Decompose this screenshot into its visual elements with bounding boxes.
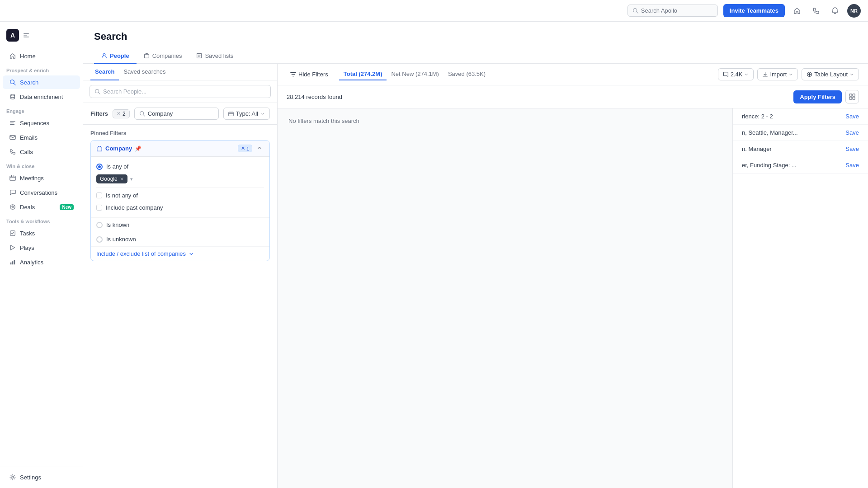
import-button[interactable]: Import bbox=[757, 68, 798, 80]
phone-topnav-icon[interactable] bbox=[809, 4, 823, 18]
bell-topnav-icon[interactable] bbox=[828, 4, 842, 18]
company-filter-card: Company 📌 ✕ 1 bbox=[90, 140, 270, 261]
hide-filters-button[interactable]: Hide Filters bbox=[287, 69, 332, 80]
calls-icon bbox=[9, 148, 16, 155]
svg-point-17 bbox=[103, 54, 105, 56]
sidebar-item-label: Home bbox=[20, 53, 36, 60]
rp-tab-total[interactable]: Total (274.2M) bbox=[339, 68, 387, 80]
saved-searches-list: rience: 2 - 2 Save n, Seattle, Manager..… bbox=[733, 108, 868, 174]
company-filter-icon bbox=[96, 145, 103, 152]
filter-option-is-known[interactable]: Is known bbox=[91, 217, 269, 232]
count-button[interactable]: 2.4K bbox=[718, 68, 754, 80]
sidebar-item-search[interactable]: Search bbox=[3, 75, 80, 89]
svg-line-6 bbox=[14, 84, 16, 85]
grid-view-button[interactable] bbox=[845, 90, 859, 103]
checkbox-include-past[interactable] bbox=[96, 205, 102, 211]
invite-teammates-button[interactable]: Invite Teammates bbox=[723, 4, 785, 17]
sidebar-toggle-icon[interactable] bbox=[23, 32, 30, 39]
database-icon bbox=[9, 93, 16, 100]
google-tag-row: Google ✕ ▾ bbox=[96, 173, 264, 185]
save-link-2[interactable]: Save bbox=[845, 145, 859, 152]
svg-rect-27 bbox=[853, 94, 855, 96]
checkbox-is-not-any-of[interactable] bbox=[96, 192, 102, 198]
home-topnav-icon[interactable] bbox=[790, 4, 804, 18]
main-header: Search People Companies Saved lists bbox=[83, 22, 868, 64]
rp-tab-net-new[interactable]: Net New (274.1M) bbox=[387, 68, 443, 80]
sidebar-item-label: Settings bbox=[20, 474, 41, 481]
house-icon bbox=[793, 7, 801, 14]
saved-search-desc-2: n. Manager bbox=[742, 145, 772, 152]
panel-tab-search[interactable]: Search bbox=[90, 64, 119, 80]
include-exclude-row[interactable]: Include / exclude list of companies bbox=[91, 246, 269, 261]
sidebar-item-data-enrichment[interactable]: Data enrichment bbox=[3, 90, 80, 103]
hide-filters-label: Hide Filters bbox=[298, 71, 328, 78]
save-link-0[interactable]: Save bbox=[845, 113, 859, 120]
tab-companies[interactable]: Companies bbox=[137, 49, 189, 64]
tab-people-label: People bbox=[110, 52, 129, 59]
saved-search-desc-1: n, Seattle, Manager... bbox=[742, 129, 798, 136]
tab-saved-lists-label: Saved lists bbox=[205, 52, 233, 59]
tab-saved-lists[interactable]: Saved lists bbox=[189, 49, 241, 64]
filter-count-badge-card[interactable]: ✕ 1 bbox=[238, 145, 252, 152]
sidebar-item-tasks[interactable]: Tasks bbox=[3, 226, 80, 240]
sidebar-item-label: Analytics bbox=[20, 259, 43, 266]
table-layout-icon bbox=[807, 71, 812, 77]
filter-count-badge[interactable]: ✕ 2 bbox=[113, 109, 130, 118]
company-filter-input[interactable]: Company bbox=[134, 108, 219, 120]
sidebar-item-sequences[interactable]: Sequences bbox=[3, 116, 80, 130]
sidebar-item-calls[interactable]: Calls bbox=[3, 145, 80, 159]
sidebar-item-meetings[interactable]: Meetings bbox=[3, 171, 80, 185]
sidebar-item-plays[interactable]: Plays bbox=[3, 241, 80, 254]
tab-people[interactable]: People bbox=[94, 49, 137, 64]
type-filter[interactable]: Type: All bbox=[223, 108, 270, 120]
sidebar-item-conversations[interactable]: Conversations bbox=[3, 186, 80, 199]
table-layout-chevron-icon bbox=[849, 72, 854, 77]
sidebar-item-label: Data enrichment bbox=[20, 94, 63, 100]
panel-tab-saved-searches[interactable]: Saved searches bbox=[119, 64, 170, 80]
svg-rect-15 bbox=[14, 260, 15, 265]
filter-collapse-button[interactable] bbox=[255, 144, 264, 153]
sidebar-section-prospect: Prospect & enrich bbox=[0, 63, 83, 75]
table-layout-button[interactable]: Table Layout bbox=[802, 68, 859, 80]
filter-option-is-any-of[interactable]: Is any of bbox=[96, 160, 264, 173]
save-link-1[interactable]: Save bbox=[845, 129, 859, 136]
sidebar-item-label: Sequences bbox=[20, 120, 49, 127]
include-exclude-label: Include / exclude list of companies bbox=[96, 250, 186, 257]
svg-rect-23 bbox=[229, 112, 234, 116]
filter-option-include-past[interactable]: Include past company bbox=[96, 202, 264, 214]
sidebar-item-analytics[interactable]: Analytics bbox=[3, 255, 80, 269]
sidebar-item-home[interactable]: Home bbox=[3, 49, 80, 63]
apply-filters-button[interactable]: Apply Filters bbox=[793, 90, 842, 103]
filter-x-btn[interactable]: ✕ bbox=[241, 145, 245, 151]
filter-option-is-not-any-of[interactable]: Is not any of bbox=[96, 189, 264, 202]
google-tag-remove-btn[interactable]: ✕ bbox=[120, 176, 124, 182]
filter-count-x-icon[interactable]: ✕ bbox=[117, 111, 121, 117]
phone-icon bbox=[812, 7, 820, 14]
radio-is-any-of[interactable] bbox=[96, 164, 103, 170]
saved-search-item-1: n, Seattle, Manager... Save bbox=[733, 125, 868, 141]
user-avatar[interactable]: NR bbox=[847, 4, 861, 18]
people-tab-icon bbox=[101, 53, 107, 59]
topnav: Search Apollo Invite Teammates NR bbox=[0, 0, 868, 22]
search-apollo-bar[interactable]: Search Apollo bbox=[627, 5, 718, 17]
rp-tab-saved[interactable]: Saved (63.5K) bbox=[443, 68, 490, 80]
search-people-input[interactable]: Search People... bbox=[90, 85, 271, 98]
sidebar-item-emails[interactable]: Emails bbox=[3, 131, 80, 144]
sidebar-item-label: Tasks bbox=[20, 230, 35, 237]
svg-rect-2 bbox=[24, 33, 29, 34]
sidebar-section-tools: Tools & workflows bbox=[0, 214, 83, 226]
count-chevron-icon bbox=[744, 72, 749, 77]
save-link-3[interactable]: Save bbox=[845, 162, 859, 169]
sidebar-item-deals[interactable]: Deals New bbox=[3, 200, 80, 214]
filter-option-is-unknown[interactable]: Is unknown bbox=[91, 232, 269, 246]
plays-icon bbox=[9, 244, 16, 251]
radio-is-unknown[interactable] bbox=[96, 236, 103, 243]
sidebar-item-settings[interactable]: Settings bbox=[3, 470, 80, 484]
radio-is-known[interactable] bbox=[96, 222, 103, 228]
tag-dropdown-icon[interactable]: ▾ bbox=[130, 176, 133, 182]
svg-rect-29 bbox=[853, 97, 855, 99]
include-past-label: Include past company bbox=[106, 204, 163, 211]
saved-search-item-0: rience: 2 - 2 Save bbox=[733, 108, 868, 125]
tasks-icon bbox=[9, 230, 16, 237]
svg-rect-8 bbox=[10, 136, 15, 140]
